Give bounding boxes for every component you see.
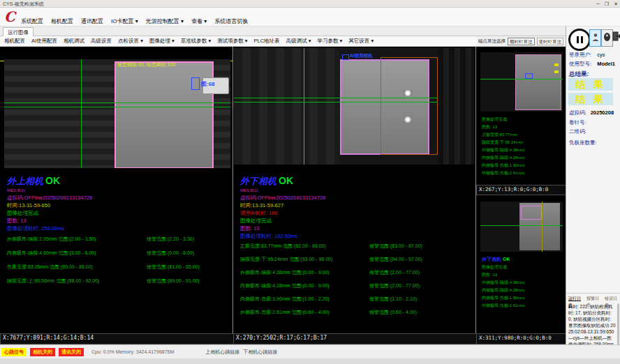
menu-io-config[interactable]: IO卡配置 ▾ — [111, 17, 138, 25]
time-line: 时间:13-31-59-627 — [240, 202, 283, 208]
minimize-icon[interactable]: ─ — [596, 0, 600, 8]
virtual-code-line: 虚拟码:OFFline20250208133134728 — [240, 195, 325, 201]
yellow-mark — [554, 63, 559, 66]
yellow-guide-vline — [304, 48, 304, 165]
thumb-info-line: 内侧极耳-负极:1.90mm — [482, 162, 524, 169]
lower-camera-heartbeat: 下相机心跳链接 — [243, 349, 277, 356]
algo-selector-bar: 端点算法选择 顺时针算法 逆时针算法 — [477, 36, 566, 47]
pause-button[interactable] — [568, 29, 591, 51]
tool-adv-debug[interactable]: 高级调试 ▾ — [286, 38, 311, 45]
main-area: 固定阈值:93, 动态阈值:100 图:68 外上相机OK MES:B(1) 虚… — [0, 47, 566, 344]
thumb1-coords-readout: X:267;Y:13;R:0;G:0;B:0 — [476, 185, 569, 195]
left-coords-readout: X:7677;Y:891;R:14;G:14;B:14 — [0, 333, 236, 344]
app-logo: C — [4, 8, 15, 25]
yellow-guide-vline — [542, 202, 542, 252]
blue-marker-box — [342, 54, 349, 60]
lock-button[interactable] — [601, 29, 613, 47]
measure-row: 内侧极耳-隔膜:4.60mm 范围:(3.00 - 6.00)报警范围:(0.0… — [7, 250, 194, 257]
process-done-line: 图像处理完成 — [240, 218, 272, 224]
left-camera-view[interactable]: 固定阈值:93, 动态阈值:100 图:68 — [4, 59, 230, 168]
window-title: CYS-视觉检测系统 — [3, 1, 44, 8]
green-guide-line — [234, 102, 438, 103]
tool-spot-check[interactable]: 点检设置 ▾ — [118, 38, 143, 45]
menu-system-config[interactable]: 系统配置 — [21, 17, 43, 25]
green-guide-line — [4, 107, 230, 107]
measure-row: 内侧极耳-负极:1.90mm 范围:(1.00 - 2.20)报警范围:(1.1… — [240, 296, 417, 303]
tool-ai-config[interactable]: AI使用配置 — [31, 38, 57, 45]
right-sidebar: 登录用户: cys 使用型号: Model1 总结果: 结 果 结 果 虚拟码:… — [566, 26, 620, 360]
green-guide-vline — [81, 59, 82, 168]
model-value: Model1 — [597, 61, 615, 67]
user-button[interactable] — [589, 29, 601, 47]
log-scrollbar[interactable] — [617, 303, 619, 351]
left-camera-panel: 固定阈值:93, 动态阈值:100 图:68 外上相机OK MES:B(1) 虚… — [0, 47, 233, 344]
menu-light-config[interactable]: 光源控制配置 ▾ — [146, 17, 184, 25]
thumb-info-line: 内侧极耳-隔膜:4.28mm — [482, 155, 524, 161]
tool-image-process[interactable]: 图像处理 ▾ — [149, 38, 175, 45]
image-count-line: 图数: 13 — [240, 225, 260, 232]
thumb1-view[interactable] — [480, 52, 563, 112]
tool-camera-debug[interactable]: 相机调试 — [64, 38, 84, 45]
thumb-info-line: 内侧极耳-隔膜:4.28mm — [482, 287, 524, 294]
tab-clockwise-algo[interactable]: 顺时针算法 — [508, 38, 535, 45]
maximize-icon[interactable]: ❐ — [605, 0, 609, 8]
orange-roi-rectangle — [381, 57, 438, 155]
yellow-mark — [554, 70, 559, 73]
menu-language-switch[interactable]: 系统语言切换 — [214, 17, 248, 25]
blue-marker-box — [191, 77, 200, 90]
thumb2-view[interactable] — [480, 202, 563, 252]
tool-advanced-set[interactable]: 高级设置 — [91, 38, 112, 45]
qr-code-label: 二维码: — [569, 128, 586, 135]
green-guide-line — [480, 225, 563, 226]
login-user-value: cys — [597, 52, 605, 58]
middle-coords-readout: X:270;Y:2502;R:17;G:17;B:17 — [233, 333, 479, 344]
menu-camera-config[interactable]: 相机配置 — [51, 17, 73, 25]
user-icon — [592, 32, 599, 45]
green-guide-line — [234, 98, 438, 98]
thumb-info-line: 外侧极耳-负极:2.61mm — [482, 303, 524, 309]
led-highlight — [404, 116, 412, 123]
tool-baseline-params[interactable]: 基准线参数 ▾ — [181, 38, 211, 45]
logout-door-icon — [612, 31, 620, 44]
green-guide-line — [4, 103, 230, 103]
measure-row: 负极宽度:83.05mm 范围:(80.00 - 86.00)报警范围:(81.… — [7, 264, 200, 271]
tab-strip: 运行图像 — [0, 26, 566, 36]
result-ok-badge: OK — [45, 175, 60, 186]
result-display-1: 结 果 — [568, 78, 613, 91]
tool-plc-table[interactable]: PLC地址表 — [254, 38, 280, 45]
tool-learn-params[interactable]: 学习参数 ▾ — [317, 38, 342, 45]
tab-anticlockwise-algo[interactable]: 逆时针算法 — [537, 38, 564, 45]
menu-view[interactable]: 查看 ▾ — [191, 17, 207, 25]
middle-camera-view[interactable]: AI使用相机 — [234, 48, 475, 165]
tool-camera-config[interactable]: 相机配置 — [4, 38, 25, 45]
camera-off-badge: 相机关闭 — [30, 348, 55, 356]
result-display-2: 结 果 — [568, 93, 613, 105]
logout-button[interactable] — [613, 29, 620, 45]
tool-other-settings[interactable]: 其它设置 ▾ — [348, 38, 374, 45]
thumb-info-line: 隔膜宽度-下:95.24mm — [482, 139, 523, 146]
result-ok-badge: OK — [279, 175, 293, 186]
image-count-line: 图数: 13 — [7, 218, 27, 224]
measure-row: 外侧极耳-负极:2.61mm 范围:(0.60 - 4.00)报警范围:(0.6… — [240, 309, 417, 316]
led-highlight — [404, 90, 412, 96]
thumb2-title: 外下相机OK — [482, 256, 510, 263]
thumb-info-line: 图像处理完成 — [482, 116, 507, 123]
tab-run-image[interactable]: 运行图像 — [3, 27, 34, 37]
close-icon[interactable]: ✕ — [614, 0, 618, 8]
measure-row: 外侧极耳-隔膜:2.95mm 范围:(2.00 - 3.50)报警范围:(2.2… — [7, 236, 194, 243]
virtual-code-row: 虚拟码: 20250208 — [569, 109, 614, 116]
measure-row: 内侧极耳-隔膜:4.28mm 范围:(0.00 - 9.00)报警范围:(2.0… — [240, 282, 420, 289]
menu-comm-config[interactable]: 通讯配置 — [81, 17, 103, 25]
virtual-code-line: 虚拟码:OFFline20250208133134728 — [7, 195, 92, 201]
measure-row: 外侧极耳-隔膜:4.38mm 范围:(0.00 - 9.00)报警范围:(2.0… — [240, 269, 420, 276]
thumb-info-line: 图数: 13 — [482, 272, 497, 278]
time-line: 时间:13-31-59-650 — [7, 202, 50, 208]
needle-number-label: 卷针号: — [569, 119, 586, 126]
marker-label: 图:68 — [201, 80, 215, 88]
thumbnail-column: 图像处理完成 图数: 13 正极宽度:83.77mm 隔膜宽度-下:95.24m… — [476, 47, 566, 344]
cpu-memory-readout: Cpu: 0.0% Memory: 3424.41796875M — [91, 349, 174, 354]
blue-marker-box — [525, 73, 533, 79]
mes-tag: MES:B(1) — [7, 188, 25, 192]
middle-camera-panel: AI使用相机 外下相机OK MES:B(1) 虚拟码:OFFline202502… — [233, 47, 476, 344]
tool-test-params[interactable]: 测试项参数 ▾ — [217, 38, 247, 45]
